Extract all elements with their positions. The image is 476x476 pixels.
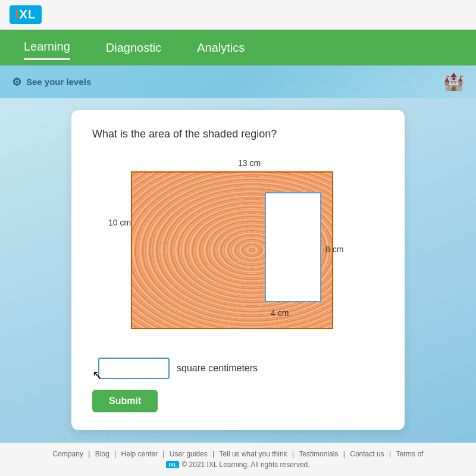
see-levels-label: See your levels bbox=[26, 77, 91, 87]
submit-button[interactable]: Submit bbox=[92, 390, 158, 412]
footer-terms[interactable]: Terms of bbox=[396, 450, 423, 458]
answer-unit-label: square centimeters bbox=[177, 363, 258, 374]
footer-logo: IXL © 2021 IXL Learning. All rights rese… bbox=[166, 461, 309, 469]
footer-links: Company | Blog | Help center | User guid… bbox=[7, 450, 469, 458]
sub-bar: ⚙ See your levels 🏰 bbox=[0, 65, 476, 98]
footer-company[interactable]: Company bbox=[53, 450, 83, 458]
answer-area: ↖ square centimeters bbox=[98, 358, 384, 379]
main-content: What is the area of the shaded region? 1… bbox=[0, 98, 476, 455]
footer: Company | Blog | Help center | User guid… bbox=[0, 443, 476, 476]
castle-icon: 🏰 bbox=[443, 72, 464, 92]
footer-blog[interactable]: Blog bbox=[95, 450, 109, 458]
levels-icon: ⚙ bbox=[12, 76, 21, 89]
label-outer-width: 13 cm bbox=[238, 158, 261, 168]
question-card: What is the area of the shaded region? 1… bbox=[71, 110, 405, 430]
nav-analytics[interactable]: Analytics bbox=[197, 36, 245, 60]
nav-bar: Learning Diagnostic Analytics bbox=[0, 30, 476, 65]
nav-diagnostic[interactable]: Diagnostic bbox=[106, 36, 161, 60]
footer-contact[interactable]: Contact us bbox=[350, 450, 384, 458]
label-outer-height: 10 cm bbox=[108, 218, 131, 227]
footer-guides[interactable]: User guides bbox=[170, 450, 208, 458]
question-text: What is the area of the shaded region? bbox=[92, 128, 384, 140]
ixl-logo: IXL bbox=[10, 5, 42, 24]
top-bar: IXL bbox=[0, 0, 476, 30]
see-levels-button[interactable]: ⚙ See your levels bbox=[12, 76, 91, 89]
inner-rectangle bbox=[265, 192, 321, 302]
label-inner-width: 4 cm bbox=[271, 308, 289, 318]
footer-testimonials[interactable]: Testimonials bbox=[299, 450, 338, 458]
nav-learning[interactable]: Learning bbox=[24, 35, 70, 60]
footer-help[interactable]: Help center bbox=[121, 450, 158, 458]
label-inner-height: 8 cm bbox=[325, 245, 343, 254]
footer-logo-badge: IXL bbox=[166, 461, 179, 468]
cursor-icon: ↖ bbox=[92, 368, 102, 382]
footer-copyright: © 2021 IXL Learning. All rights reserved… bbox=[181, 461, 309, 469]
answer-input[interactable] bbox=[98, 358, 170, 379]
answer-wrapper: ↖ bbox=[98, 358, 170, 379]
footer-feedback[interactable]: Tell us what you think bbox=[220, 450, 287, 458]
